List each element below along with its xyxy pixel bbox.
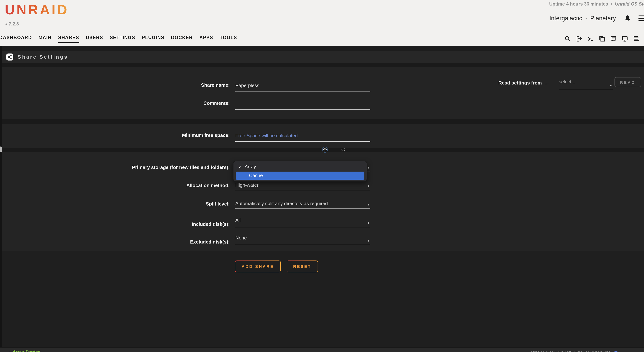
- allocation-method-select[interactable]: High-water ▼: [235, 182, 370, 190]
- form-actions: ADD SHARE RESET: [235, 260, 318, 272]
- uptime-separator: •: [610, 2, 612, 7]
- nav-item-users[interactable]: USERS: [86, 35, 103, 42]
- min-free-space-label: Minimum free space:: [0, 130, 230, 138]
- nav-item-docker[interactable]: DOCKER: [171, 35, 193, 42]
- left-edge-strip: [0, 46, 2, 352]
- terminal-icon[interactable]: [587, 36, 594, 42]
- monitor-icon[interactable]: [622, 36, 628, 42]
- comments-input[interactable]: [235, 101, 370, 106]
- os-edition-label: Unraid OS Starter: [615, 2, 644, 7]
- allocation-method-value: High-water: [235, 182, 370, 188]
- chevron-down-icon: ▼: [367, 222, 370, 225]
- menu-hamburger-icon[interactable]: [638, 15, 644, 21]
- server-description: Planetary: [590, 15, 616, 22]
- primary-storage-label: Primary storage (for new files and folde…: [0, 163, 230, 170]
- min-free-space-field: [235, 130, 370, 142]
- allocation-method-label: Allocation method:: [0, 182, 230, 188]
- server-identity: Intergalactic • Planetary: [550, 15, 644, 22]
- status-dot-icon: ●: [8, 350, 10, 352]
- comments-label: Comments:: [0, 98, 230, 106]
- nav-item-dashboard[interactable]: DASHBOARD: [0, 35, 32, 42]
- move-cursor-icon: [322, 147, 328, 154]
- copyright-text: Unraid® webGui ©2025, Lime Technology, I…: [531, 350, 617, 352]
- nav-item-tools[interactable]: TOOLS: [220, 35, 237, 42]
- chevron-down-icon: ▼: [609, 84, 612, 88]
- checkmark-icon: ✓: [238, 164, 242, 169]
- share-settings-icon: [6, 54, 13, 60]
- array-status: ● Array Started: [8, 350, 40, 352]
- add-share-button[interactable]: ADD SHARE: [235, 260, 281, 272]
- notifications-bell-icon[interactable]: [624, 15, 631, 22]
- chevron-down-icon: ▼: [367, 166, 370, 169]
- read-settings-label: Read settings from←: [498, 80, 550, 86]
- version-badge: ● 7.2.3: [5, 22, 19, 26]
- dropdown-option-array[interactable]: ✓Array: [238, 164, 256, 169]
- uptime-status: Uptime 4 hours 36 minutes•Unraid OS Star…: [549, 2, 644, 7]
- log-icon[interactable]: [633, 36, 640, 42]
- header: UNRAID ● 7.2.3 Uptime 4 hours 36 minutes…: [0, 0, 644, 46]
- split-level-label: Split level:: [0, 200, 230, 206]
- content-top-gap: [0, 46, 644, 51]
- uptime-text: Uptime 4 hours 36 minutes: [549, 2, 608, 7]
- panel-actions: [2, 251, 644, 347]
- excluded-disks-select[interactable]: None ▼: [235, 235, 370, 245]
- dropdown-option-cache[interactable]: Cache: [236, 172, 364, 180]
- footer-link-icon[interactable]: [614, 351, 617, 352]
- comments-field: [235, 98, 370, 110]
- search-icon[interactable]: [564, 36, 571, 42]
- read-settings-select-value: select...: [559, 78, 613, 84]
- split-level-select[interactable]: Automatically split any directory as req…: [235, 200, 370, 209]
- chevron-down-icon: ▼: [367, 239, 370, 242]
- logout-icon[interactable]: [576, 36, 582, 42]
- nav-item-plugins[interactable]: PLUGINS: [142, 35, 164, 42]
- server-name: Intergalactic: [550, 15, 582, 22]
- read-button[interactable]: READ: [614, 77, 641, 87]
- page-title: Share Settings: [18, 54, 68, 60]
- page-title-bar: Share Settings: [2, 51, 644, 63]
- main-nav: DASHBOARD MAIN SHARES USERS SETTINGS PLU…: [0, 35, 237, 43]
- excluded-disks-label: Excluded disk(s):: [0, 235, 230, 245]
- circle-cursor-icon: [342, 148, 345, 151]
- split-level-value: Automatically split any directory as req…: [235, 201, 370, 206]
- reset-button[interactable]: RESET: [286, 260, 318, 272]
- arrow-left-icon: ←: [544, 80, 550, 86]
- primary-storage-dropdown: ✓Array Cache: [233, 161, 367, 182]
- unraid-webgui: UNRAID ● 7.2.3 Uptime 4 hours 36 minutes…: [0, 0, 644, 352]
- excluded-disks-value: None: [235, 235, 370, 240]
- included-disks-value: All: [235, 217, 370, 223]
- version-label: 7.2.3: [9, 22, 19, 26]
- read-settings-select[interactable]: select... ▼: [559, 78, 613, 90]
- copy-icon[interactable]: [599, 36, 605, 42]
- nav-utility-icons: [564, 36, 644, 42]
- array-status-text: Array Started: [12, 350, 40, 352]
- included-disks-label: Included disk(s):: [0, 217, 230, 227]
- share-name-input[interactable]: [235, 83, 370, 88]
- chevron-down-icon: ▼: [367, 184, 370, 188]
- server-separator: •: [586, 16, 587, 20]
- nav-item-apps[interactable]: APPS: [199, 35, 213, 42]
- version-dot-icon: ●: [5, 22, 7, 26]
- nav-item-settings[interactable]: SETTINGS: [110, 35, 135, 42]
- share-name-field: [235, 80, 370, 92]
- unraid-logo[interactable]: UNRAID: [5, 2, 69, 18]
- included-disks-select[interactable]: All ▼: [235, 217, 370, 227]
- min-free-space-input[interactable]: [235, 133, 370, 138]
- nav-item-shares[interactable]: SHARES: [58, 35, 79, 43]
- share-name-label: Share name:: [0, 80, 230, 88]
- chevron-down-icon: ▼: [367, 203, 370, 206]
- panel-share-identity: [2, 67, 644, 119]
- feedback-icon[interactable]: [610, 36, 617, 42]
- nav-item-main[interactable]: MAIN: [38, 35, 52, 42]
- footer: ● Array Started Unraid® webGui ©2025, Li…: [0, 347, 644, 352]
